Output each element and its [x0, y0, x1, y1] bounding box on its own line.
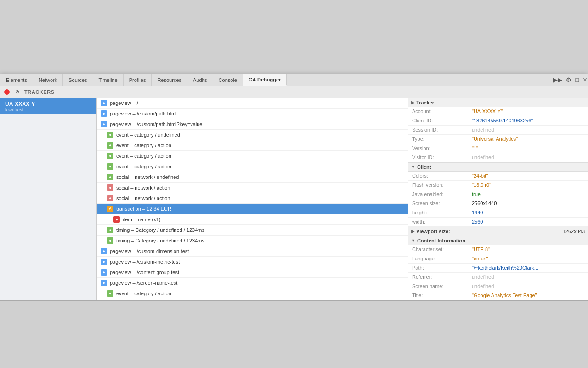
event-icon: ●: [107, 174, 113, 180]
detail-value: "UA-XXXX-Y": [468, 107, 588, 116]
hit-text: event – category / action: [116, 153, 171, 159]
detail-section-tracker[interactable]: ▶Tracker: [408, 98, 588, 107]
hit-row[interactable]: ●event – category / undefined: [97, 130, 408, 140]
detail-row: Character set:"UTF-8": [408, 245, 588, 254]
tab-timeline[interactable]: Timeline: [93, 74, 124, 86]
hit-row[interactable]: ●pageview – /custom/path.html?key=value: [97, 119, 408, 130]
detail-section-content[interactable]: ▼Content Information: [408, 236, 588, 245]
detail-section-viewport[interactable]: ▶Viewport size:1262x343: [408, 227, 588, 236]
detail-value: "en-us": [468, 254, 588, 263]
hit-text: timing – Category / undefined / 1234ms: [116, 238, 204, 243]
gear-icon[interactable]: ⚙: [566, 76, 571, 83]
detail-key: Session ID:: [408, 126, 468, 134]
hit-row[interactable]: ●event – category / action: [97, 161, 408, 172]
tab-profiles[interactable]: Profiles: [124, 74, 152, 86]
detail-value: "1": [468, 144, 588, 153]
detail-row: width:2560: [408, 218, 588, 227]
detail-key: width:: [408, 218, 468, 226]
hit-row[interactable]: ●event – category / action: [97, 288, 408, 299]
hit-row[interactable]: ●event – category / action: [97, 140, 408, 151]
chevron-icon: ▼: [411, 165, 415, 169]
hit-row[interactable]: ●timing – Category / undefined / 1234ms: [97, 236, 408, 246]
detail-row: Language:"en-us": [408, 254, 588, 264]
tab-network[interactable]: Network: [33, 74, 63, 86]
hit-row[interactable]: ●pageview – /custom-dimension-test: [97, 246, 408, 257]
hit-text: transaction – 12.34 EUR: [116, 206, 171, 212]
detail-row: Screen name:undefined: [408, 282, 588, 291]
transaction-icon: €: [107, 206, 113, 212]
item-icon: ●: [113, 216, 120, 223]
tab-audits[interactable]: Audits: [187, 74, 213, 86]
detail-value: "/~keithclark/Keith%20Clark...: [468, 264, 588, 272]
hit-row[interactable]: ●pageview – /screen-name-test: [97, 278, 408, 288]
hit-text: pageview – /: [110, 100, 138, 106]
tab-elements[interactable]: Elements: [0, 74, 33, 86]
dock-icon[interactable]: □: [575, 76, 579, 83]
tab-sources[interactable]: Sources: [63, 74, 93, 86]
hit-row[interactable]: ●pageview – /custom/path.html: [97, 109, 408, 119]
tab-ga-debugger[interactable]: GA Debugger: [243, 74, 287, 86]
tab-resources[interactable]: Resources: [152, 74, 187, 86]
hit-row[interactable]: ●item – name (x1): [97, 214, 408, 225]
hit-row[interactable]: ●social – network / undefined: [97, 172, 408, 183]
detail-key: Path:: [408, 264, 468, 272]
hit-row[interactable]: ●timing – Category / undefined / 1234ms: [97, 225, 408, 236]
hit-text: event – category / undefined: [116, 132, 180, 138]
detail-value: undefined: [468, 273, 588, 282]
detail-row: Session ID:undefined: [408, 126, 588, 135]
hit-text: pageview – /content-group-test: [110, 270, 179, 275]
detail-row: Visitor ID:undefined: [408, 153, 588, 162]
main-layout: UA-XXXX-Y localhost ●pageview – /●pagevi…: [0, 98, 588, 300]
pageview-icon: ●: [101, 280, 107, 286]
record-button[interactable]: [4, 89, 10, 95]
event-icon: ●: [107, 227, 113, 233]
hit-row[interactable]: ●social – network / action: [97, 183, 408, 193]
clear-button[interactable]: ⊘: [13, 88, 21, 96]
chevron-icon: ▶: [411, 229, 414, 234]
detail-row: Java enabled:true: [408, 190, 588, 199]
hit-row[interactable]: ●social – network / action: [97, 193, 408, 204]
hit-text: event – category / action: [116, 164, 171, 169]
hit-text: item – name (x1): [123, 217, 161, 222]
close-icon[interactable]: ✕: [582, 76, 588, 83]
section-label: Tracker: [416, 100, 434, 105]
hit-text: pageview – /screen-name-test: [110, 280, 177, 286]
detail-row: Account:"UA-XXXX-Y": [408, 107, 588, 116]
hit-text: timing – Category / undefined / 1234ms: [116, 227, 204, 233]
detail-key: Screen name:: [408, 282, 468, 291]
hit-row[interactable]: ●event – category / action: [97, 151, 408, 161]
detail-value: "13.0 r0": [468, 181, 588, 190]
detail-row: Version:"1": [408, 144, 588, 153]
tab-console[interactable]: Console: [213, 74, 243, 86]
hit-text: social – network / action: [116, 196, 170, 201]
pageview-icon: ●: [101, 121, 107, 127]
detail-value: 2560: [468, 218, 588, 226]
event-icon: ●: [107, 132, 113, 138]
chevron-icon: ▶: [411, 100, 414, 105]
detail-row: Type:"Universal Analytics": [408, 135, 588, 144]
detail-key: Type:: [408, 135, 468, 144]
section-label: Viewport size:: [416, 229, 450, 234]
detail-row: Colors:"24-bit": [408, 172, 588, 181]
hit-row[interactable]: €transaction – 12.34 EUR: [97, 204, 408, 214]
detail-value: "Universal Analytics": [468, 135, 588, 144]
detail-key: Screen size:: [408, 199, 468, 208]
section-label: Client: [417, 164, 431, 170]
tracker-name: UA-XXXX-Y: [5, 101, 92, 107]
execute-icon[interactable]: ▶▶: [553, 76, 562, 83]
detail-section-client[interactable]: ▼Client: [408, 162, 588, 172]
hit-row[interactable]: ●pageview – /custom-metric-test: [97, 257, 408, 267]
detail-value: "Google Analytics Test Page": [468, 291, 588, 300]
hit-row[interactable]: ●pageview – /content-group-test: [97, 267, 408, 278]
tab-bar: Elements Network Sources Timeline Profil…: [0, 74, 588, 86]
hit-row[interactable]: ●pageview – /: [97, 98, 408, 109]
sidebar: UA-XXXX-Y localhost: [0, 98, 97, 300]
detail-key: Language:: [408, 254, 468, 263]
detail-row: Referrer:undefined: [408, 273, 588, 282]
detail-key: Colors:: [408, 172, 468, 180]
tracker-item-ua-xxxx-y[interactable]: UA-XXXX-Y localhost: [0, 98, 96, 114]
detail-key: Character set:: [408, 245, 468, 254]
hit-text: social – network / action: [116, 185, 170, 190]
event-icon: ●: [107, 142, 113, 149]
detail-key: Flash version:: [408, 181, 468, 190]
